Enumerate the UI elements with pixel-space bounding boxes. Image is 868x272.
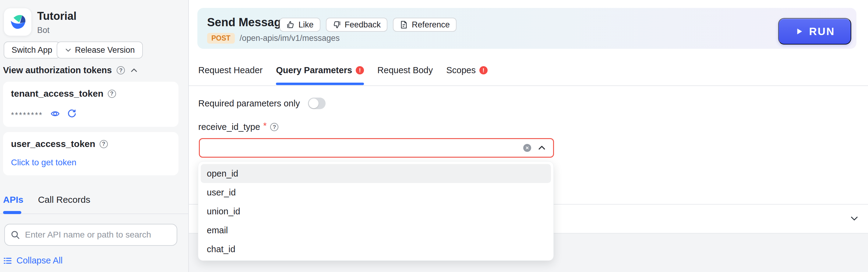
switch-app-button[interactable]: Switch App (4, 42, 60, 58)
thumbs-down-icon (333, 21, 341, 29)
app-logo (4, 8, 32, 36)
required-asterisk: * (263, 121, 267, 131)
dropdown-option-user-id[interactable]: user_id (201, 183, 551, 202)
sidebar-tabs: APIs Call Records (3, 194, 90, 205)
help-icon[interactable]: ? (270, 123, 278, 131)
user-token-card: user_access_token ? Click to get token (3, 132, 179, 175)
reference-button[interactable]: Reference (393, 18, 457, 32)
collapse-all-button[interactable]: Collapse All (3, 255, 63, 266)
tenant-token-name: tenant_access_token (11, 88, 103, 99)
clear-icon[interactable] (523, 144, 531, 152)
search-input[interactable] (25, 230, 171, 240)
feedback-button[interactable]: Feedback (326, 18, 388, 32)
run-button[interactable]: RUN (778, 18, 851, 45)
release-version-label: Release Version (75, 46, 135, 55)
switch-app-label: Switch App (11, 46, 52, 55)
masked-token-value: ******** (11, 109, 43, 119)
receive-id-type-label-row: receive_id_type * ? (198, 122, 278, 132)
chevron-down-icon (65, 46, 72, 54)
help-icon[interactable]: ? (117, 66, 125, 74)
auth-tokens-title: View authorization tokens (3, 65, 112, 75)
reference-label: Reference (412, 20, 450, 30)
field-name: receive_id_type (198, 122, 260, 132)
user-token-name: user_access_token (11, 139, 95, 149)
tenant-token-card: tenant_access_token ? ******** (3, 82, 179, 127)
divider (0, 214, 188, 214)
api-title: Send Message (207, 16, 287, 29)
release-version-button[interactable]: Release Version (57, 42, 143, 58)
required-only-row: Required parameters only (198, 98, 326, 109)
tab-label: Query Parameters (276, 65, 352, 75)
list-icon (3, 256, 12, 265)
error-badge-icon: ! (356, 66, 364, 74)
error-badge-icon: ! (479, 66, 488, 74)
toggle-knob (309, 99, 318, 108)
play-icon (795, 27, 804, 36)
receive-id-type-dropdown: open_id user_id union_id email chat_id (198, 161, 554, 261)
run-label: RUN (809, 25, 835, 37)
dropdown-option-open-id[interactable]: open_id (201, 164, 551, 183)
api-explorer-page: Tutorial Bot Switch App Release Version … (0, 0, 868, 272)
document-icon (400, 21, 408, 29)
api-path: /open-apis/im/v1/messages (240, 33, 340, 43)
dropdown-options: open_id user_id union_id email chat_id (201, 164, 551, 259)
tab-label: Request Header (198, 65, 262, 75)
required-only-label: Required parameters only (198, 99, 300, 109)
tab-query-parameters[interactable]: Query Parameters ! (276, 65, 364, 85)
collapse-all-label: Collapse All (17, 255, 63, 266)
tab-scopes[interactable]: Scopes ! (446, 65, 488, 85)
get-token-link[interactable]: Click to get token (11, 158, 76, 167)
like-label: Like (299, 20, 314, 30)
sidebar: Tutorial Bot Switch App Release Version … (0, 0, 189, 272)
feedback-label: Feedback (345, 20, 381, 30)
required-only-toggle[interactable] (308, 98, 326, 109)
api-header: Send Message Like Feedback (197, 8, 857, 49)
header-actions: Like Feedback Referenc (280, 18, 457, 32)
thumbs-up-icon (286, 21, 295, 29)
dropdown-option-email[interactable]: email (201, 221, 551, 240)
dropdown-option-union-id[interactable]: union_id (201, 202, 551, 221)
sidebar-tab-apis[interactable]: APIs (3, 194, 24, 205)
help-icon[interactable]: ? (108, 90, 116, 98)
like-button[interactable]: Like (280, 18, 320, 32)
search-icon (10, 230, 20, 240)
divider (189, 85, 868, 86)
eye-icon[interactable] (50, 109, 60, 118)
chevron-down-icon[interactable] (848, 214, 860, 224)
auth-tokens-header: View authorization tokens ? (3, 65, 138, 75)
active-tab-indicator (3, 211, 21, 214)
request-tabs: Request Header Query Parameters ! Reques… (198, 65, 488, 85)
help-icon[interactable]: ? (100, 140, 108, 148)
lark-logo-icon (8, 13, 27, 31)
app-name: Tutorial (37, 10, 76, 23)
sidebar-tab-call-records[interactable]: Call Records (38, 194, 90, 205)
app-type: Bot (37, 26, 50, 35)
dropdown-option-chat-id[interactable]: chat_id (201, 240, 551, 259)
http-method-badge: POST (207, 33, 235, 44)
chevron-up-icon[interactable] (130, 66, 138, 75)
receive-id-type-select[interactable] (199, 138, 554, 158)
chevron-up-icon (537, 143, 547, 153)
tab-request-body[interactable]: Request Body (377, 65, 433, 85)
main-panel: Send Message Like Feedback (189, 0, 868, 272)
endpoint-row: POST /open-apis/im/v1/messages (207, 33, 340, 44)
tab-label: Request Body (377, 65, 433, 75)
tab-request-header[interactable]: Request Header (198, 65, 262, 85)
refresh-icon[interactable] (67, 109, 76, 118)
tab-label: Scopes (446, 65, 476, 75)
api-search-box (4, 224, 177, 246)
